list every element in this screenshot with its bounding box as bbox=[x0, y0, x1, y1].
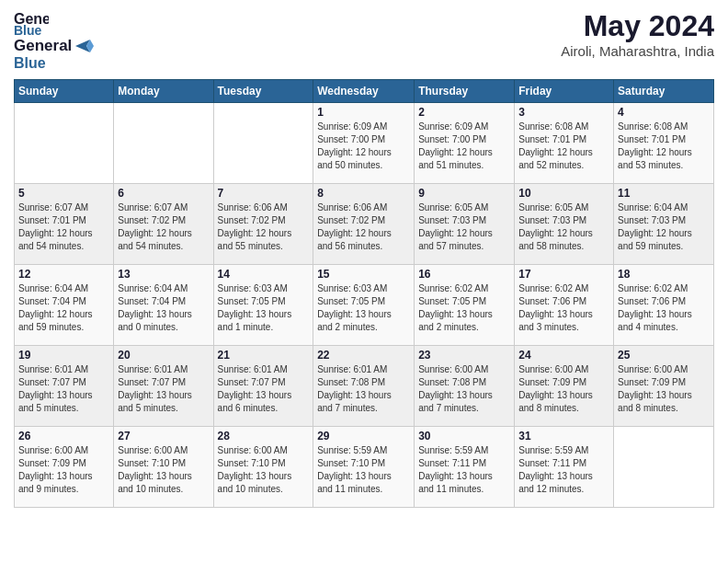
day-number: 16 bbox=[418, 268, 510, 281]
calendar-cell: 16Sunrise: 6:02 AM Sunset: 7:05 PM Dayli… bbox=[415, 265, 515, 346]
header-thursday: Thursday bbox=[415, 80, 515, 103]
logo-icon: General Blue bbox=[14, 9, 49, 37]
calendar-cell: 4Sunrise: 6:08 AM Sunset: 7:01 PM Daylig… bbox=[614, 103, 714, 184]
day-number: 14 bbox=[218, 268, 310, 281]
calendar-cell: 22Sunrise: 6:01 AM Sunset: 7:08 PM Dayli… bbox=[313, 346, 415, 427]
day-info: Sunrise: 6:03 AM Sunset: 7:05 PM Dayligh… bbox=[218, 282, 310, 334]
day-number: 5 bbox=[18, 187, 109, 200]
day-info: Sunrise: 6:00 AM Sunset: 7:10 PM Dayligh… bbox=[218, 444, 310, 496]
calendar-header: Sunday Monday Tuesday Wednesday Thursday… bbox=[15, 80, 714, 103]
header-tuesday: Tuesday bbox=[213, 80, 313, 103]
logo-plane-icon bbox=[74, 38, 94, 54]
day-number: 21 bbox=[218, 349, 310, 362]
calendar-cell: 26Sunrise: 6:00 AM Sunset: 7:09 PM Dayli… bbox=[15, 427, 114, 508]
day-number: 1 bbox=[317, 106, 410, 119]
calendar-cell: 3Sunrise: 6:08 AM Sunset: 7:01 PM Daylig… bbox=[515, 103, 614, 184]
week-row-3: 12Sunrise: 6:04 AM Sunset: 7:04 PM Dayli… bbox=[15, 265, 714, 346]
calendar-cell: 6Sunrise: 6:07 AM Sunset: 7:02 PM Daylig… bbox=[114, 184, 213, 265]
day-info: Sunrise: 6:09 AM Sunset: 7:00 PM Dayligh… bbox=[317, 121, 410, 172]
calendar-cell: 5Sunrise: 6:07 AM Sunset: 7:01 PM Daylig… bbox=[15, 184, 114, 265]
title-block: May 2024 Airoli, Maharashtra, India bbox=[561, 9, 714, 59]
week-row-5: 26Sunrise: 6:00 AM Sunset: 7:09 PM Dayli… bbox=[15, 427, 714, 508]
calendar-cell bbox=[213, 103, 313, 184]
calendar-cell bbox=[114, 103, 213, 184]
calendar-cell: 2Sunrise: 6:09 AM Sunset: 7:00 PM Daylig… bbox=[415, 103, 515, 184]
calendar-cell: 21Sunrise: 6:01 AM Sunset: 7:07 PM Dayli… bbox=[213, 346, 313, 427]
day-info: Sunrise: 6:07 AM Sunset: 7:01 PM Dayligh… bbox=[18, 201, 109, 253]
week-row-4: 19Sunrise: 6:01 AM Sunset: 7:07 PM Dayli… bbox=[15, 346, 714, 427]
main-title: May 2024 bbox=[561, 9, 714, 43]
calendar-cell: 1Sunrise: 6:09 AM Sunset: 7:00 PM Daylig… bbox=[313, 103, 415, 184]
header-row: Sunday Monday Tuesday Wednesday Thursday… bbox=[15, 80, 714, 103]
day-info: Sunrise: 6:00 AM Sunset: 7:10 PM Dayligh… bbox=[118, 444, 209, 496]
calendar-cell: 10Sunrise: 6:05 AM Sunset: 7:03 PM Dayli… bbox=[515, 184, 614, 265]
day-info: Sunrise: 6:02 AM Sunset: 7:06 PM Dayligh… bbox=[518, 282, 609, 334]
day-number: 12 bbox=[18, 268, 109, 281]
day-number: 9 bbox=[418, 187, 510, 200]
week-row-2: 5Sunrise: 6:07 AM Sunset: 7:01 PM Daylig… bbox=[15, 184, 714, 265]
calendar-cell: 20Sunrise: 6:01 AM Sunset: 7:07 PM Dayli… bbox=[114, 346, 213, 427]
calendar-cell: 27Sunrise: 6:00 AM Sunset: 7:10 PM Dayli… bbox=[114, 427, 213, 508]
day-info: Sunrise: 5:59 AM Sunset: 7:11 PM Dayligh… bbox=[418, 444, 510, 496]
calendar-cell: 19Sunrise: 6:01 AM Sunset: 7:07 PM Dayli… bbox=[15, 346, 114, 427]
day-info: Sunrise: 6:02 AM Sunset: 7:06 PM Dayligh… bbox=[618, 282, 710, 334]
logo: General Blue General Blue bbox=[14, 9, 96, 72]
day-number: 3 bbox=[518, 106, 609, 119]
header-monday: Monday bbox=[114, 80, 213, 103]
day-info: Sunrise: 6:00 AM Sunset: 7:09 PM Dayligh… bbox=[618, 363, 710, 415]
day-info: Sunrise: 6:04 AM Sunset: 7:04 PM Dayligh… bbox=[118, 282, 209, 334]
calendar-cell: 17Sunrise: 6:02 AM Sunset: 7:06 PM Dayli… bbox=[515, 265, 614, 346]
calendar-cell: 28Sunrise: 6:00 AM Sunset: 7:10 PM Dayli… bbox=[213, 427, 313, 508]
day-number: 17 bbox=[518, 268, 609, 281]
svg-text:Blue: Blue bbox=[14, 23, 42, 37]
day-info: Sunrise: 6:05 AM Sunset: 7:03 PM Dayligh… bbox=[518, 201, 609, 253]
day-info: Sunrise: 6:02 AM Sunset: 7:05 PM Dayligh… bbox=[418, 282, 510, 334]
day-number: 8 bbox=[317, 187, 410, 200]
day-number: 25 bbox=[618, 349, 710, 362]
day-info: Sunrise: 6:07 AM Sunset: 7:02 PM Dayligh… bbox=[118, 201, 209, 253]
header-saturday: Saturday bbox=[614, 80, 714, 103]
day-number: 20 bbox=[118, 349, 209, 362]
day-number: 13 bbox=[118, 268, 209, 281]
calendar-cell: 18Sunrise: 6:02 AM Sunset: 7:06 PM Dayli… bbox=[614, 265, 714, 346]
day-info: Sunrise: 6:04 AM Sunset: 7:04 PM Dayligh… bbox=[18, 282, 109, 334]
header: General Blue General Blue May 2024 Airol… bbox=[14, 9, 714, 72]
day-number: 31 bbox=[518, 430, 609, 442]
day-info: Sunrise: 6:09 AM Sunset: 7:00 PM Dayligh… bbox=[418, 121, 510, 172]
calendar-cell: 23Sunrise: 6:00 AM Sunset: 7:08 PM Dayli… bbox=[415, 346, 515, 427]
day-info: Sunrise: 6:00 AM Sunset: 7:08 PM Dayligh… bbox=[418, 363, 510, 415]
day-number: 26 bbox=[18, 430, 109, 442]
day-number: 30 bbox=[418, 430, 510, 442]
day-info: Sunrise: 5:59 AM Sunset: 7:10 PM Dayligh… bbox=[317, 444, 410, 496]
day-info: Sunrise: 6:01 AM Sunset: 7:08 PM Dayligh… bbox=[317, 363, 410, 415]
calendar-cell: 30Sunrise: 5:59 AM Sunset: 7:11 PM Dayli… bbox=[415, 427, 515, 508]
day-info: Sunrise: 6:06 AM Sunset: 7:02 PM Dayligh… bbox=[218, 201, 310, 253]
day-number: 19 bbox=[18, 349, 109, 362]
day-number: 10 bbox=[518, 187, 609, 200]
calendar-cell: 8Sunrise: 6:06 AM Sunset: 7:02 PM Daylig… bbox=[313, 184, 415, 265]
calendar-table: Sunday Monday Tuesday Wednesday Thursday… bbox=[14, 79, 714, 508]
week-row-1: 1Sunrise: 6:09 AM Sunset: 7:00 PM Daylig… bbox=[15, 103, 714, 184]
calendar-cell: 24Sunrise: 6:00 AM Sunset: 7:09 PM Dayli… bbox=[515, 346, 614, 427]
day-info: Sunrise: 6:01 AM Sunset: 7:07 PM Dayligh… bbox=[18, 363, 109, 415]
day-number: 24 bbox=[518, 349, 609, 362]
day-number: 4 bbox=[618, 106, 710, 119]
day-info: Sunrise: 5:59 AM Sunset: 7:11 PM Dayligh… bbox=[518, 444, 609, 496]
day-number: 11 bbox=[618, 187, 710, 200]
calendar-body: 1Sunrise: 6:09 AM Sunset: 7:00 PM Daylig… bbox=[15, 103, 714, 508]
day-number: 2 bbox=[418, 106, 510, 119]
calendar-cell: 13Sunrise: 6:04 AM Sunset: 7:04 PM Dayli… bbox=[114, 265, 213, 346]
calendar-cell: 14Sunrise: 6:03 AM Sunset: 7:05 PM Dayli… bbox=[213, 265, 313, 346]
header-wednesday: Wednesday bbox=[313, 80, 415, 103]
day-info: Sunrise: 6:06 AM Sunset: 7:02 PM Dayligh… bbox=[317, 201, 410, 253]
day-info: Sunrise: 6:00 AM Sunset: 7:09 PM Dayligh… bbox=[18, 444, 109, 496]
calendar-cell: 12Sunrise: 6:04 AM Sunset: 7:04 PM Dayli… bbox=[15, 265, 114, 346]
day-number: 7 bbox=[218, 187, 310, 200]
logo-blue: Blue bbox=[14, 55, 46, 71]
calendar-cell: 29Sunrise: 5:59 AM Sunset: 7:10 PM Dayli… bbox=[313, 427, 415, 508]
day-number: 18 bbox=[618, 268, 710, 281]
day-info: Sunrise: 6:01 AM Sunset: 7:07 PM Dayligh… bbox=[218, 363, 310, 415]
header-friday: Friday bbox=[515, 80, 614, 103]
day-number: 15 bbox=[317, 268, 410, 281]
day-info: Sunrise: 6:08 AM Sunset: 7:01 PM Dayligh… bbox=[618, 121, 710, 172]
